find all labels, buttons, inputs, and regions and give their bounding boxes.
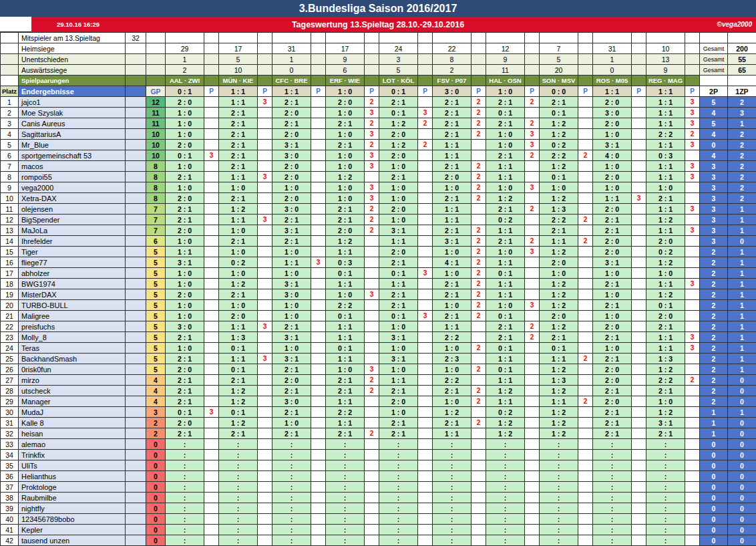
points-cell bbox=[578, 471, 593, 482]
points-cell bbox=[311, 172, 326, 182]
prediction-cell: 1 : 1 bbox=[540, 354, 578, 364]
player-gp: 5 bbox=[146, 321, 166, 332]
prediction-cell: 2 : 1 bbox=[433, 129, 471, 140]
match-pairing: ERF · WIE bbox=[326, 76, 365, 86]
points-cell bbox=[418, 343, 433, 354]
points-cell bbox=[471, 375, 486, 386]
prediction-cell: 2 : 0 bbox=[593, 236, 632, 247]
player-gp: 0 bbox=[146, 482, 166, 493]
prediction-cell: 1 : 0 bbox=[379, 364, 418, 375]
points-cell bbox=[578, 503, 593, 514]
points-cell bbox=[632, 503, 646, 514]
player-name: Trinkfix bbox=[19, 450, 126, 460]
prediction-cell: 2 : 1 bbox=[593, 418, 632, 428]
player-name: Mr_Blue bbox=[19, 140, 126, 150]
prediction-cell: : bbox=[433, 535, 471, 546]
prediction-cell: 2 : 1 bbox=[486, 204, 525, 215]
player-row: 34Trinkfix0::::::::::00 bbox=[0, 450, 756, 460]
prediction-cell: 2 : 0 bbox=[593, 396, 632, 407]
player-rank: 22 bbox=[1, 321, 19, 332]
player-gp: 5 bbox=[146, 300, 166, 311]
points-cell: 2 bbox=[525, 204, 540, 215]
prediction-cell: 2 : 1 bbox=[219, 236, 258, 247]
prediction-cell: 1 : 0 bbox=[272, 268, 311, 279]
prediction-cell: 2 : 1 bbox=[433, 161, 471, 172]
gesamt-value: 200 bbox=[728, 43, 756, 54]
prediction-cell: 1 : 2 bbox=[646, 215, 685, 225]
points-cell bbox=[311, 311, 326, 321]
prediction-cell: 1 : 0 bbox=[326, 150, 365, 161]
prediction-cell: 3 : 0 bbox=[272, 204, 311, 215]
col-1zp-value: 1 bbox=[728, 268, 756, 279]
empty-p-cell bbox=[578, 33, 593, 43]
prediction-cell: : bbox=[326, 535, 365, 546]
points-cell bbox=[311, 450, 326, 460]
final-result: 0 : 0 bbox=[540, 86, 578, 97]
player-row: 40123456789bobo0::::::::::00 bbox=[0, 514, 756, 525]
points-cell: 2 bbox=[471, 257, 486, 268]
match-pairing: ROS · M05 bbox=[593, 76, 632, 86]
player-gp: 7 bbox=[146, 215, 166, 225]
empty-p-cell bbox=[471, 33, 486, 43]
points-cell bbox=[578, 225, 593, 236]
points-cell bbox=[578, 97, 593, 108]
prediction-cell: 1 : 2 bbox=[646, 257, 685, 268]
empty-cell bbox=[126, 418, 146, 428]
points-cell bbox=[632, 182, 646, 193]
prediction-cell: 1 : 1 bbox=[219, 321, 258, 332]
empty-cell bbox=[126, 289, 146, 300]
prediction-cell: 1 : 1 bbox=[646, 332, 685, 343]
empty-p-cell bbox=[525, 65, 540, 76]
prediction-cell: 2 : 0 bbox=[540, 257, 578, 268]
row-spielpaarungen: SpielpaarungenAAL · ZWIMÜN · KIECFC · BR… bbox=[0, 76, 756, 86]
empty-cell bbox=[126, 268, 146, 279]
prediction-cell: 1 : 2 bbox=[646, 364, 685, 375]
points-cell bbox=[578, 535, 593, 546]
player-rank: 19 bbox=[1, 289, 19, 300]
col-2p-value: 0 bbox=[700, 439, 728, 450]
prediction-cell: : bbox=[166, 460, 204, 471]
points-cell: 2 bbox=[578, 354, 593, 364]
prediction-cell: 1 : 0 bbox=[272, 247, 311, 257]
points-cell bbox=[365, 503, 379, 514]
prediction-cell: 1 : 1 bbox=[646, 225, 685, 236]
points-cell: 2 bbox=[471, 247, 486, 257]
player-name: jajco1 bbox=[19, 97, 126, 108]
points-cell: 3 bbox=[311, 257, 326, 268]
prediction-cell: 1 : 0 bbox=[540, 268, 578, 279]
prediction-cell: 1 : 0 bbox=[433, 300, 471, 311]
prediction-cell: 2 : 1 bbox=[593, 332, 632, 343]
col-1zp-value: 0 bbox=[728, 396, 756, 407]
points-cell bbox=[685, 354, 700, 364]
empty-p-cell bbox=[365, 65, 379, 76]
empty-cell bbox=[126, 503, 146, 514]
points-cell bbox=[258, 525, 272, 535]
points-cell bbox=[525, 268, 540, 279]
prediction-cell: : bbox=[219, 439, 258, 450]
player-rank: 25 bbox=[1, 354, 19, 364]
points-cell bbox=[632, 439, 646, 450]
points-cell bbox=[418, 97, 433, 108]
player-name: UliTs bbox=[19, 460, 126, 471]
col-1zp-value: 1 bbox=[728, 354, 756, 364]
stat-value: 2 bbox=[433, 65, 471, 76]
points-cell bbox=[685, 300, 700, 311]
player-row: 5Mr_Blue102 : 02 : 13 : 12 : 121 : 221 :… bbox=[0, 140, 756, 150]
points-cell bbox=[685, 386, 700, 396]
points-cell bbox=[418, 129, 433, 140]
player-row: 39nightfly0::::::::::00 bbox=[0, 503, 756, 514]
player-rank: 39 bbox=[1, 503, 19, 514]
player-gp: 0 bbox=[146, 460, 166, 471]
points-cell bbox=[578, 375, 593, 386]
prediction-cell: 3 : 1 bbox=[593, 140, 632, 150]
player-name: macos bbox=[19, 161, 126, 172]
points-cell bbox=[632, 375, 646, 386]
prediction-cell: 2 : 1 bbox=[272, 386, 311, 396]
col-1zp-value: 0 bbox=[728, 418, 756, 428]
prediction-cell: 2 : 0 bbox=[593, 97, 632, 108]
prediction-cell: 3 : 0 bbox=[593, 108, 632, 118]
points-cell bbox=[632, 257, 646, 268]
empty-p-cell bbox=[471, 43, 486, 54]
prediction-cell: 2 : 1 bbox=[540, 225, 578, 236]
prediction-cell: 1 : 0 bbox=[433, 343, 471, 354]
